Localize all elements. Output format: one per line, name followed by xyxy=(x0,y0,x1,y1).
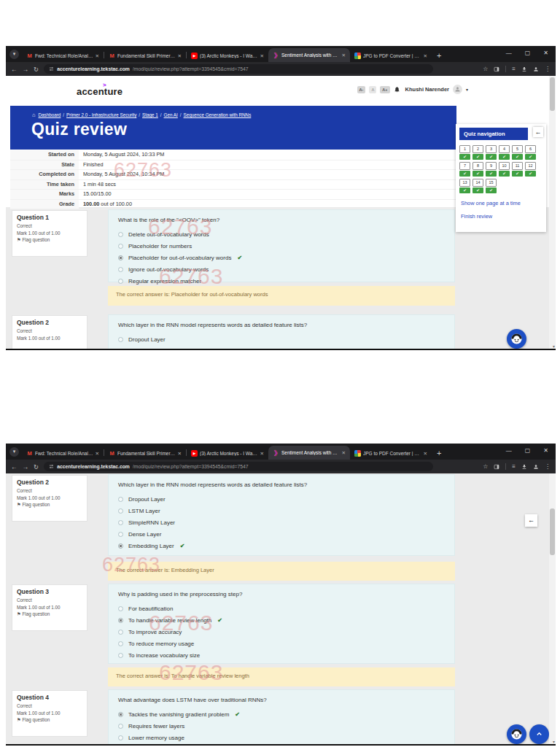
radio-icon[interactable] xyxy=(118,232,123,237)
quiz-nav-button[interactable]: 10✔ xyxy=(499,162,510,177)
breadcrumb-course[interactable]: Primer 2.0 - Infrastructure Security xyxy=(66,112,136,117)
quiz-nav-button[interactable]: 5✔ xyxy=(512,145,523,160)
answer-option[interactable]: For beautification xyxy=(118,605,445,612)
breadcrumb-quiz[interactable]: Sequence Generation with RNNs xyxy=(184,112,252,117)
radio-icon[interactable] xyxy=(118,497,123,502)
accenture-logo[interactable]: accenture> xyxy=(77,86,122,97)
tab-youtube[interactable]: ▶ (3) Arctic Monkeys - I Wanna B ✕ xyxy=(187,447,268,460)
tab-active-quiz[interactable]: ❯ Sentiment Analysis with RNNs ✕ xyxy=(268,48,350,62)
tab-gmail-2[interactable]: M Fundamental Skill Primer- Acc ✕ xyxy=(104,50,186,62)
scrollbar-thumb[interactable] xyxy=(550,77,555,111)
collapse-drawer-icon[interactable]: ← xyxy=(533,127,543,137)
maximize-button[interactable]: ▢ xyxy=(525,447,531,454)
kebab-menu-icon[interactable]: ⋮ xyxy=(545,66,551,72)
quiz-nav-button[interactable]: 9✔ xyxy=(486,162,497,177)
answer-option[interactable]: Regular expression matcher xyxy=(118,278,445,285)
quiz-nav-button[interactable]: 6✔ xyxy=(525,145,536,160)
answer-option[interactable]: Delete out-of-vocabulary words xyxy=(118,231,445,238)
font-increase-button[interactable]: A+ xyxy=(380,86,389,93)
answer-option-selected[interactable]: Tackles the vanishing gradient problem✔ xyxy=(118,711,445,718)
flag-question-link[interactable]: ⚑ Flag question xyxy=(17,717,82,722)
quiz-nav-button[interactable]: 12✔ xyxy=(525,162,536,177)
font-decrease-button[interactable]: A- xyxy=(357,86,366,93)
tab-search-icon[interactable]: ▾ xyxy=(9,447,19,457)
radio-selected-icon[interactable] xyxy=(118,543,123,549)
scrollbar-thumb[interactable] xyxy=(550,508,555,555)
minimize-button[interactable]: — xyxy=(506,50,512,56)
minimize-button[interactable]: — xyxy=(506,447,512,454)
radio-icon[interactable] xyxy=(118,267,123,272)
forward-icon[interactable]: → xyxy=(23,66,29,73)
tab-close-icon[interactable]: ✕ xyxy=(178,53,182,59)
user-menu-caret-icon[interactable]: ▾ xyxy=(466,87,468,92)
font-normal-button[interactable]: A xyxy=(369,86,376,93)
tab-close-icon[interactable]: ✕ xyxy=(178,451,182,457)
radio-icon[interactable] xyxy=(118,337,123,342)
back-icon[interactable]: ← xyxy=(11,463,18,471)
breadcrumb-genai[interactable]: Gen AI xyxy=(164,112,178,117)
quiz-nav-button[interactable]: 3✔ xyxy=(486,145,497,160)
chatbot-button[interactable] xyxy=(507,329,526,349)
tab-close-icon[interactable]: ✕ xyxy=(260,451,264,457)
profile-icon[interactable] xyxy=(533,66,539,72)
answer-option[interactable]: LSTM Layer xyxy=(118,508,445,514)
radio-icon[interactable] xyxy=(118,735,123,740)
tab-close-icon[interactable]: ✕ xyxy=(424,451,427,457)
quiz-nav-button[interactable]: 11✔ xyxy=(512,162,523,177)
quiz-nav-button[interactable]: 14✔ xyxy=(472,179,483,193)
flag-question-link[interactable]: ⚑ Flag question xyxy=(17,502,82,507)
answer-option-selected[interactable]: Placeholder for out-of-vocabulary words✔ xyxy=(118,255,445,261)
back-icon[interactable]: ← xyxy=(11,66,18,73)
side-panel-icon[interactable] xyxy=(494,464,499,470)
download-icon[interactable] xyxy=(521,66,527,72)
new-tab-button[interactable]: + xyxy=(437,449,441,457)
finish-review-link[interactable]: Finish review xyxy=(459,213,542,220)
radio-icon[interactable] xyxy=(118,606,123,611)
scrollbar-down-icon[interactable]: ▾ xyxy=(553,739,555,744)
radio-icon[interactable] xyxy=(118,508,123,514)
user-name[interactable]: Khushi Narender xyxy=(405,86,449,93)
tab-search-icon[interactable]: ▾ xyxy=(9,50,19,59)
answer-option[interactable]: To increase vocabulary size xyxy=(118,652,445,659)
answer-option[interactable]: Dropout Layer xyxy=(118,336,445,343)
site-info-icon[interactable] xyxy=(49,464,54,469)
answer-option[interactable]: To reduce memory usage xyxy=(118,640,445,647)
tab-close-icon[interactable]: ✕ xyxy=(260,53,264,59)
answer-option[interactable]: Requires fewer layers xyxy=(118,723,445,729)
quiz-nav-button[interactable]: 13✔ xyxy=(459,179,470,193)
url-field[interactable]: accenturelearning.tekstac.com/mod/quiz/r… xyxy=(44,462,433,471)
close-button[interactable]: ✕ xyxy=(543,50,548,56)
quiz-nav-button[interactable]: 2✔ xyxy=(472,145,483,160)
open-drawer-icon[interactable]: ← xyxy=(525,514,537,527)
tab-youtube[interactable]: ▶ (3) Arctic Monkeys - I Wanna B ✕ xyxy=(187,50,268,62)
radio-icon[interactable] xyxy=(118,279,123,284)
answer-option[interactable]: SimpleRNN Layer xyxy=(118,519,445,526)
reload-icon[interactable]: ↻ xyxy=(34,463,39,471)
radio-selected-icon[interactable] xyxy=(118,618,123,623)
tab-close-icon[interactable]: ✕ xyxy=(96,53,99,59)
forward-icon[interactable]: → xyxy=(23,463,29,471)
quiz-nav-button[interactable]: 7✔ xyxy=(459,162,470,177)
page-scrollbar[interactable]: ▾ xyxy=(549,76,556,349)
flag-question-link[interactable]: ⚑ Flag question xyxy=(17,611,82,616)
show-one-page-link[interactable]: Show one page at a time xyxy=(459,200,542,206)
reading-list-icon[interactable]: ≡ xyxy=(512,463,516,470)
bookmark-star-icon[interactable]: ☆ xyxy=(483,463,488,470)
quiz-nav-button[interactable]: 15✔ xyxy=(486,179,497,193)
page-scrollbar[interactable]: ▾ xyxy=(549,473,556,744)
chatbot-button[interactable] xyxy=(507,724,526,744)
side-panel-icon[interactable] xyxy=(494,66,499,72)
breadcrumb-stage[interactable]: Stage 1 xyxy=(142,112,158,117)
flag-question-link[interactable]: ⚑ Flag question xyxy=(17,237,82,242)
radio-icon[interactable] xyxy=(118,532,123,537)
answer-option[interactable]: Dense Layer xyxy=(118,531,445,538)
answer-option[interactable]: Dropout Layer xyxy=(118,496,445,503)
tab-active-quiz[interactable]: ❯ Sentiment Analysis with RNNs ✕ xyxy=(268,446,350,460)
new-tab-button[interactable]: + xyxy=(437,51,441,60)
reading-list-icon[interactable]: ≡ xyxy=(512,66,516,72)
quiz-nav-button[interactable]: 8✔ xyxy=(472,162,483,177)
answer-option-selected[interactable]: Embedding Layer✔ xyxy=(118,543,445,549)
reload-icon[interactable]: ↻ xyxy=(34,66,39,73)
tab-close-icon[interactable]: ✕ xyxy=(424,53,427,59)
close-button[interactable]: ✕ xyxy=(543,447,548,454)
